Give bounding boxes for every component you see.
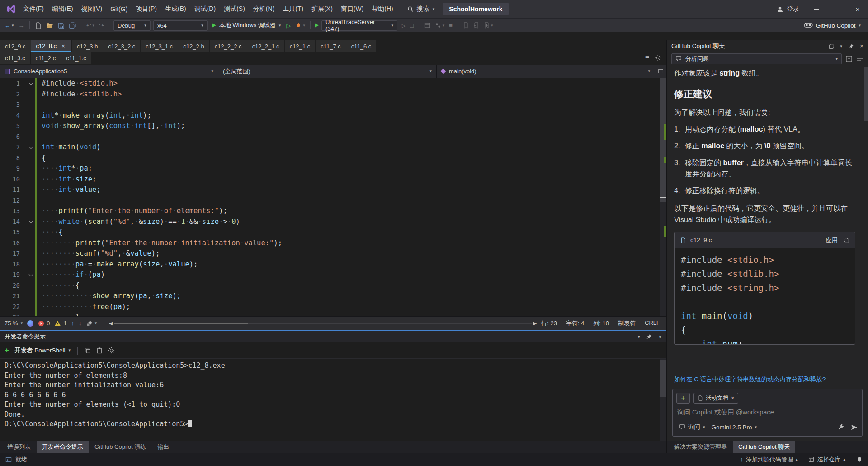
tabs-indicator[interactable]: 制表符 — [618, 319, 636, 328]
tab-c12_2.h[interactable]: c12_2.h — [178, 40, 209, 52]
horizontal-scrollbar[interactable]: ◀ ▶ — [109, 321, 537, 326]
panel-tab-GitHub Copilot 聊天[interactable]: GitHub Copilot 聊天 — [733, 441, 795, 453]
watch-window-button[interactable] — [423, 22, 431, 29]
chat-input[interactable]: 询问 Copilot 或使用 @workspace — [673, 404, 862, 422]
close-icon[interactable]: × — [731, 395, 734, 401]
copy-icon[interactable] — [843, 237, 849, 243]
close-button[interactable]: × — [847, 0, 868, 18]
close-icon[interactable]: × — [658, 334, 662, 340]
paste-icon[interactable] — [96, 347, 103, 354]
search-box[interactable]: 搜索 ▾ — [404, 3, 439, 15]
fold-icon[interactable] — [26, 270, 35, 281]
suggested-question-link[interactable]: 如何在 C 语言中处理字符串数组的动态内存分配和释放? — [667, 373, 868, 386]
platform-dropdown[interactable]: x64▾ — [153, 20, 208, 31]
chevron-down-icon[interactable]: ▾ — [840, 44, 843, 48]
prev-bookmark-button[interactable] — [472, 22, 480, 29]
panel-tab-输出[interactable]: 输出 — [152, 441, 175, 453]
add-context-button[interactable]: + — [676, 393, 690, 404]
undo-button[interactable]: ↶▾ — [85, 23, 95, 29]
apply-button[interactable]: 应用 — [826, 236, 838, 244]
attach-play-icon[interactable] — [315, 23, 319, 28]
code-editor[interactable]: 1#include·<stdio.h>2#include·<stdlib.h>3… — [0, 78, 666, 316]
code-cleanup-button[interactable]: ▾ — [86, 320, 97, 327]
fold-icon[interactable] — [26, 142, 35, 153]
redo-button[interactable]: ↷ — [98, 23, 105, 29]
error-count[interactable]: 0 — [38, 320, 50, 327]
intellicode-status-icon[interactable] — [27, 320, 33, 327]
thread-dropdown[interactable]: 分析问题 ▾ — [671, 53, 842, 64]
tab-c12_3_1.c[interactable]: c12_3_1.c — [141, 40, 178, 52]
panel-tab-GitHub Copilot 演练[interactable]: GitHub Copilot 演练 — [89, 441, 151, 453]
bookmark-toggle-button[interactable] — [462, 22, 470, 29]
tab-c11_6.c[interactable]: c11_6.c — [346, 40, 377, 52]
chevron-down-icon[interactable]: ▾ — [433, 7, 435, 11]
step-play-button[interactable]: ▷ — [400, 23, 406, 29]
mode-dropdown[interactable]: 询问 ▾ — [677, 422, 707, 432]
prev-issue-icon[interactable]: ↑ — [71, 320, 75, 326]
send-icon[interactable] — [851, 424, 858, 431]
pop-out-icon[interactable] — [829, 43, 835, 49]
editor-scrollbar[interactable] — [660, 78, 666, 316]
chat-scrollbar-thumb[interactable] — [864, 67, 868, 121]
new-terminal-icon[interactable]: + — [5, 347, 9, 354]
hscroll-thumb[interactable] — [114, 323, 248, 324]
copy-icon[interactable] — [85, 347, 91, 354]
tab-c12_9.c[interactable]: c12_9.c — [0, 40, 31, 52]
menu-item-窗口(W)[interactable]: 窗口(W) — [337, 0, 368, 18]
select-repository-button[interactable]: 选择仓库 ▴ — [808, 456, 845, 464]
member-dropdown[interactable]: main(void) ▾ — [437, 65, 655, 78]
github-copilot-button[interactable]: GitHub Copilot ▾ — [804, 22, 864, 29]
immediate-window-button[interactable]: ≡ — [448, 23, 453, 29]
tab-c12_3.h[interactable]: c12_3.h — [72, 40, 103, 52]
menu-item-帮助(H)[interactable]: 帮助(H) — [368, 0, 397, 18]
close-icon[interactable]: × — [860, 43, 863, 49]
tab-c11_1.c[interactable]: c11_1.c — [61, 52, 91, 64]
project-dropdown[interactable]: ConsoleApplication5 ▾ — [0, 65, 218, 78]
shell-selector[interactable]: 开发者 PowerShell ▾ — [14, 347, 71, 355]
save-all-button[interactable] — [68, 22, 77, 29]
pin-icon[interactable] — [848, 43, 854, 49]
new-chat-icon[interactable] — [845, 55, 853, 62]
tab-c12_3_2.c[interactable]: c12_3_2.c — [103, 40, 140, 52]
start-without-debugging-button[interactable]: ▷ — [285, 23, 292, 29]
scope-dropdown[interactable]: (全局范围) ▾ — [218, 65, 437, 78]
tab-c12_2_2.c[interactable]: c12_2_2.c — [210, 40, 247, 52]
panel-tab-解决方案资源管理器[interactable]: 解决方案资源管理器 — [669, 441, 732, 453]
menu-item-Git(G)[interactable]: Git(G) — [106, 0, 132, 18]
tab-c11_3.c[interactable]: c11_3.c — [0, 52, 30, 64]
tab-c11_7.c[interactable]: c11_7.c — [316, 40, 346, 52]
menu-item-分析(N)[interactable]: 分析(N) — [249, 0, 278, 18]
open-folder-button[interactable] — [45, 22, 54, 29]
fold-icon[interactable] — [26, 78, 35, 89]
menu-item-工具(T)[interactable]: 工具(T) — [278, 0, 307, 18]
breakpoints-button[interactable]: ▾ — [434, 22, 446, 29]
menu-item-编辑(E)[interactable]: 编辑(E) — [48, 0, 77, 18]
navigate-back-button[interactable]: ←▾ — [4, 23, 15, 29]
split-window-button[interactable] — [655, 65, 666, 78]
eol-indicator[interactable]: CRLF — [645, 319, 660, 328]
tab-c12_2_1.c[interactable]: c12_2_1.c — [247, 40, 284, 52]
tab-c12_1.c[interactable]: c12_1.c — [285, 40, 316, 52]
hot-reload-button[interactable]: ▾ — [294, 22, 306, 29]
fold-icon[interactable] — [26, 217, 35, 228]
tab-settings-gear-icon[interactable] — [655, 55, 661, 61]
terminal-settings-gear-icon[interactable] — [108, 347, 115, 354]
menu-item-项目(P)[interactable]: 项目(P) — [132, 0, 161, 18]
menu-item-视图(V)[interactable]: 视图(V) — [77, 0, 107, 18]
chat-history[interactable]: 作对象应该是 string 数组。 修正建议 为了解决以上问题，我们需要: 1.… — [667, 66, 868, 373]
menu-item-生成(B)[interactable]: 生成(B) — [161, 0, 190, 18]
scroll-right-icon[interactable]: ▶ — [533, 321, 537, 326]
chevron-down-icon[interactable]: ▾ — [638, 335, 640, 339]
tools-wrench-icon[interactable] — [838, 424, 844, 431]
add-to-source-control-button[interactable]: ↑ 添加到源代码管理 ▴ — [740, 456, 797, 464]
chat-history-icon[interactable] — [856, 55, 863, 62]
stop-button[interactable]: □ — [409, 23, 415, 29]
minimize-button[interactable] — [806, 0, 826, 18]
zoom-dropdown[interactable]: 75 %▾ — [5, 320, 23, 327]
close-icon[interactable]: × — [60, 43, 66, 49]
menu-item-扩展(X)[interactable]: 扩展(X) — [307, 0, 337, 18]
configuration-dropdown[interactable]: Debug▾ — [113, 20, 151, 31]
tab-c12_8.c[interactable]: c12_8.c× — [31, 40, 72, 52]
terminal-output[interactable]: D:\C\ConsoleApplication5\ConsoleApplicat… — [0, 359, 660, 441]
attach-target-dropdown[interactable]: UnrealTraceServer (347)▾ — [321, 20, 397, 31]
